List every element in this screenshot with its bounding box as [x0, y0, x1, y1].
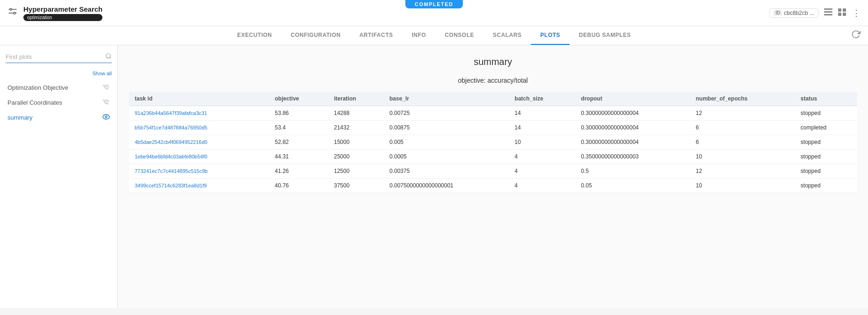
tab-info[interactable]: INFO [402, 26, 435, 45]
cell-base-lr: 0.00875 [384, 121, 509, 135]
cell-base-lr: 0.00375 [384, 164, 509, 179]
cell-task-id[interactable]: 773241ec7c7c4414895c515c9b [129, 164, 269, 179]
svg-rect-6 [824, 14, 832, 15]
title-block: Hyperparameter Search optimization [23, 5, 102, 21]
menu-icon[interactable]: ⋮ [852, 8, 861, 18]
col-status: status [795, 92, 857, 106]
hide-icon-2 [102, 99, 110, 106]
tab-configuration[interactable]: CONFIGURATION [282, 26, 350, 45]
cell-iteration: 21432 [328, 121, 384, 135]
cell-status: stopped [795, 164, 857, 179]
table-row: 3499ccef15714c6283f1ea8d1f9 40.76 37500 … [129, 179, 857, 193]
cell-status: completed [795, 121, 857, 135]
sidebar-item-optimization-objective[interactable]: Optimization Objective [0, 80, 117, 95]
sliders-icon [7, 7, 18, 19]
svg-point-11 [106, 54, 110, 58]
sidebar-item-label: summary [7, 114, 102, 121]
table-row: 4b5dae2542cb4f0694952216d0 52.82 15000 0… [129, 135, 857, 150]
tab-console[interactable]: CONSOLE [435, 26, 484, 45]
cell-batch-size: 14 [509, 106, 575, 121]
svg-point-3 [14, 12, 15, 14]
table-row: 1ebe94be6bfd4c03abfe80b54f0 44.31 25000 … [129, 150, 857, 164]
cell-task-id[interactable]: 1ebe94be6bfd4c03abfe80b54f0 [129, 150, 269, 164]
cell-base-lr: 0.00725 [384, 106, 509, 121]
col-task-id: task id [129, 92, 269, 106]
cell-task-id[interactable]: 3499ccef15714c6283f1ea8d1f9 [129, 179, 269, 193]
top-bar-left: Hyperparameter Search optimization [7, 5, 102, 21]
cell-epochs: 6 [690, 135, 795, 150]
cell-epochs: 6 [690, 121, 795, 135]
col-dropout: dropout [575, 92, 690, 106]
cell-dropout: 0.05 [575, 179, 690, 193]
svg-line-12 [110, 57, 111, 59]
hide-icon [102, 84, 110, 91]
search-input[interactable] [6, 53, 105, 60]
nav-tabs: EXECUTION CONFIGURATION ARTIFACTS INFO C… [0, 26, 868, 45]
refresh-button[interactable] [851, 30, 861, 42]
cell-task-id[interactable]: b5b754f1ce7d487884a76950d5 [129, 121, 269, 135]
completed-badge: COMPLETED [405, 0, 463, 8]
cell-status: stopped [795, 106, 857, 121]
tab-scalars[interactable]: SCALARS [484, 26, 531, 45]
table-row: 91a236b44a5647f39afafca3c31 53.86 14288 … [129, 106, 857, 121]
col-iteration: iteration [328, 92, 384, 106]
cell-objective: 52.82 [269, 135, 328, 150]
main-layout: Show all Optimization Objective Parallel… [0, 45, 868, 308]
cell-dropout: 0.35000000000000003 [575, 150, 690, 164]
cell-status: stopped [795, 150, 857, 164]
sidebar-item-summary[interactable]: summary [0, 110, 117, 125]
main-content: summary objective: accuracy/total task i… [118, 45, 868, 308]
section-title: summary [129, 57, 857, 67]
cell-objective: 40.76 [269, 179, 328, 193]
optimization-badge: optimization [23, 14, 102, 21]
cell-task-id[interactable]: 4b5dae2542cb4f0694952216d0 [129, 135, 269, 150]
cell-dropout: 0.30000000000000004 [575, 135, 690, 150]
id-badge: ID cbc8b2cb ... [769, 8, 818, 18]
svg-rect-10 [843, 13, 846, 16]
cell-dropout: 0.5 [575, 164, 690, 179]
tab-execution[interactable]: EXECUTION [228, 26, 282, 45]
cell-iteration: 12500 [328, 164, 384, 179]
cell-objective: 41.26 [269, 164, 328, 179]
cell-epochs: 12 [690, 106, 795, 121]
sidebar-item-parallel-coordinates[interactable]: Parallel Coordinates [0, 95, 117, 110]
cell-status: stopped [795, 135, 857, 150]
cell-batch-size: 10 [509, 135, 575, 150]
summary-table: task id objective iteration base_lr batc… [129, 92, 857, 193]
col-objective: objective [269, 92, 328, 106]
tab-artifacts[interactable]: ARTIFACTS [350, 26, 402, 45]
cell-iteration: 37500 [328, 179, 384, 193]
tab-debug-samples[interactable]: DEBUG SAMPLES [570, 26, 640, 45]
cell-base-lr: 0.0075000000000000001 [384, 179, 509, 193]
cell-epochs: 10 [690, 179, 795, 193]
top-bar-right: ID cbc8b2cb ... ⋮ [769, 8, 861, 18]
table-row: 773241ec7c7c4414895c515c9b 41.26 12500 0… [129, 164, 857, 179]
search-bar[interactable] [6, 53, 112, 63]
show-all-button[interactable]: Show all [0, 71, 117, 80]
table-row: b5b754f1ce7d487884a76950d5 53.4 21432 0.… [129, 121, 857, 135]
cell-task-id[interactable]: 91a236b44a5647f39afafca3c31 [129, 106, 269, 121]
cell-batch-size: 4 [509, 164, 575, 179]
svg-rect-4 [824, 8, 832, 10]
cell-iteration: 15000 [328, 135, 384, 150]
svg-rect-5 [824, 11, 832, 13]
cell-objective: 53.4 [269, 121, 328, 135]
cell-batch-size: 4 [509, 179, 575, 193]
cell-batch-size: 4 [509, 150, 575, 164]
svg-point-1 [10, 8, 12, 10]
cell-dropout: 0.30000000000000004 [575, 121, 690, 135]
cell-objective: 44.31 [269, 150, 328, 164]
id-value: cbc8b2cb ... [784, 10, 814, 16]
search-icon [105, 53, 112, 61]
svg-rect-9 [838, 13, 841, 16]
panel-view-icon[interactable] [838, 8, 846, 18]
list-view-icon[interactable] [824, 8, 832, 18]
cell-base-lr: 0.005 [384, 135, 509, 150]
cell-epochs: 10 [690, 150, 795, 164]
col-base-lr: base_lr [384, 92, 509, 106]
table-header-row: task id objective iteration base_lr batc… [129, 92, 857, 106]
tab-plots[interactable]: PLOTS [531, 26, 570, 45]
cell-status: stopped [795, 179, 857, 193]
svg-point-15 [105, 116, 107, 118]
cell-batch-size: 14 [509, 121, 575, 135]
